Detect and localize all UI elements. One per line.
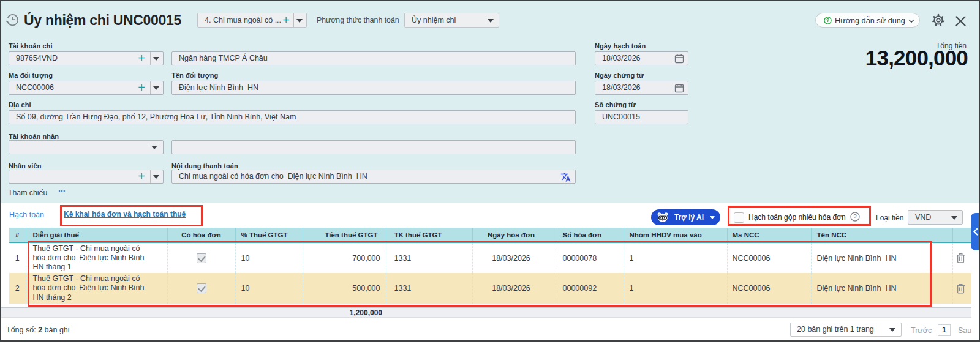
svg-text:?: ?: [826, 17, 829, 23]
